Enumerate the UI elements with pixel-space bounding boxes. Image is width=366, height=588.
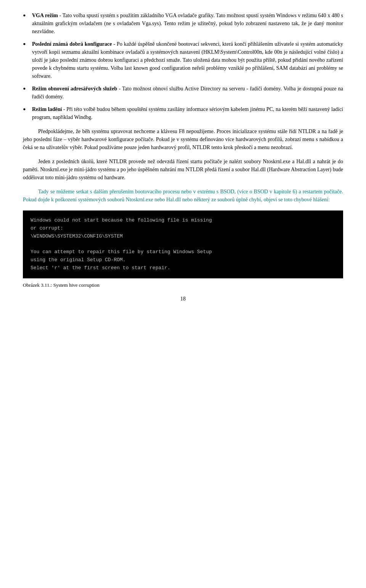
bullet-dot-debug: •: [23, 104, 30, 114]
term-lastknown: Poslední známá dobrá konfigurace: [32, 41, 112, 47]
term-directory: Režim obnovení adresářových služeb: [32, 86, 117, 92]
list-item-debug: • Režim ladění - Při této volbě budou bě…: [23, 105, 343, 121]
content-area: • VGA režim - Tato volba spustí systém s…: [23, 11, 343, 288]
term-vga: VGA režim: [32, 13, 58, 18]
bullet-text-lastknown: Poslední známá dobrá konfigurace - Po ka…: [32, 40, 343, 80]
desc-vga: - Tato volba spustí systém s použitím zá…: [32, 13, 343, 34]
page-number: 18: [23, 296, 343, 302]
list-item-lastknown: • Poslední známá dobrá konfigurace - Po …: [23, 40, 343, 80]
bullet-list: • VGA režim - Tato volba spustí systém s…: [23, 11, 343, 121]
list-item-directory: • Režim obnovení adresářových služeb - T…: [23, 85, 343, 101]
figure-caption: Obrázek 3.11.: System hive corruption: [23, 282, 343, 288]
list-item-vga: • VGA režim - Tato volba spustí systém s…: [23, 11, 343, 35]
paragraph-1: Předpokládejme, že běh systému upravovat…: [23, 127, 343, 151]
dos-box: Windows could not start because the foll…: [23, 210, 343, 278]
term-debug: Režim ladění: [32, 106, 62, 112]
paragraph-2: Jeden z posledních úkolů, které NTLDR pr…: [23, 157, 343, 182]
bullet-text-directory: Režim obnovení adresářových služeb - Tat…: [32, 85, 343, 101]
bullet-text-debug: Režim ladění - Při této volbě budou běhe…: [32, 105, 343, 121]
bullet-text-vga: VGA režim - Tato volba spustí systém s p…: [32, 11, 343, 35]
paragraph-3-teal: Tady se můžeme setkat s dalším přerušení…: [23, 188, 343, 204]
desc-debug: - Při této volbě budou během spouštění s…: [32, 106, 343, 120]
bullet-dot-vga: •: [23, 11, 30, 21]
bullet-dot-lastknown: •: [23, 39, 30, 49]
bullet-dot-directory: •: [23, 84, 30, 94]
